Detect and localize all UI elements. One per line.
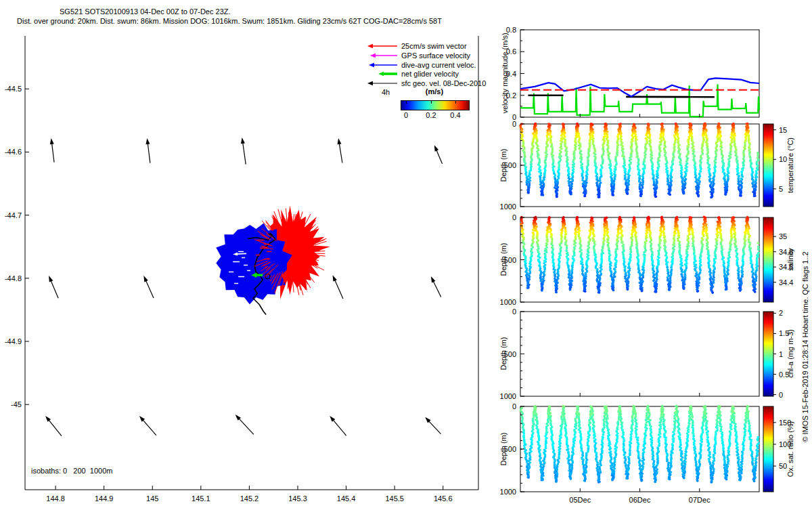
legend-cbar-tick [406,101,407,104]
svg-text:15: 15 [779,126,787,134]
depth-axis-label-temperature: Depth (m) [499,149,508,182]
page-title: SG521 SOTS20100913 04-Dec 00Z to 07-Dec … [60,7,231,16]
vector-legend: 25cm/s swim vectorGPS surface velocitydi… [363,41,509,130]
svg-text:2: 2 [779,309,783,317]
velocity-axis-label: velocity magnitude (m/s) [501,33,509,113]
colorbar-3 [763,312,773,396]
legend-item-label: dive-avg current veloc. [401,61,476,69]
svg-text:145.5: 145.5 [385,494,404,503]
svg-text:1000: 1000 [500,392,516,400]
svg-text:1: 1 [779,350,783,358]
oxygen-panel [520,405,773,492]
sfc-geo-velocity-arrow-icon [363,79,399,87]
svg-text:1000: 1000 [500,488,516,496]
legend-item-label: net glider velocity [401,70,459,78]
colorbar-2 [763,217,773,302]
legend-item-label: GPS surface velocity [401,51,470,60]
colorbar-label-chla: chl-a (mg m-3) [786,329,794,378]
net-glider-velocity-arrow-icon [363,70,399,78]
legend-cbar-tick-label: 0.4 [450,111,460,119]
svg-text:5: 5 [779,185,783,193]
swim-vector-arrow-icon [363,42,399,50]
legend-colorbar [401,100,470,110]
svg-text:145: 145 [146,494,158,503]
gps-surface-velocity-arrow-icon [363,51,399,60]
svg-text:34.4: 34.4 [779,278,793,287]
depth-axis-label-chla: Depth (m) [499,337,508,371]
legend-cbar-tick [455,101,456,104]
svg-text:-44.6: -44.6 [5,148,22,156]
dive-vector-cluster [216,205,330,314]
svg-text:0: 0 [512,402,516,410]
svg-text:-44.7: -44.7 [5,211,22,219]
svg-text:-44.5: -44.5 [5,85,22,93]
imos-copyright-note: © IMOS 15-Feb-2019 01:28:14 Hobart time.… [801,251,809,442]
temperature-panel [519,123,773,207]
colorbar-4 [763,406,773,492]
legend-time-scale-label: 4h [377,88,394,96]
legend-cbar-tick-label: 0.2 [426,111,436,119]
svg-text:145.1: 145.1 [191,494,210,503]
svg-text:05Dec: 05Dec [569,496,591,504]
svg-text:06Dec: 06Dec [629,496,651,504]
colorbar-label-temperature: temperature (°C) [786,137,794,193]
velocity-panel [520,30,759,117]
legend-item-label: sfc geo. vel. 08-Dec-2010 [401,79,486,87]
legend-item-label: 25cm/s swim vector [401,42,467,50]
legend-item-net-glider-velocity: net glider velocity [363,69,459,79]
svg-text:1000: 1000 [500,203,516,211]
depth-axis-label-oxygen: Depth (m) [499,433,508,466]
chl-a-panel [520,312,773,396]
svg-text:-44.9: -44.9 [5,337,22,345]
svg-text:-45: -45 [11,400,22,408]
svg-text:07Dec: 07Dec [689,496,710,504]
svg-text:144.9: 144.9 [95,494,114,503]
legend-cbar-tick-label: 0 [404,111,408,119]
isobaths-label: isobaths: 0 200 1000m [31,467,112,475]
svg-text:145.6: 145.6 [434,494,453,503]
svg-text:35: 35 [779,232,787,240]
legend-item-swim-vector: 25cm/s swim vector [363,41,467,51]
svg-text:144.8: 144.8 [46,494,65,503]
salinity-panel [520,216,773,302]
svg-text:0: 0 [512,120,516,128]
colorbar-label-oxygen: Ox. sat. ratio (%) [786,421,794,478]
legend-colorbar-title: (m/s) [401,87,468,96]
legend-item-dive-avg-current: dive-avg current veloc. [363,60,476,70]
svg-text:0: 0 [779,391,783,399]
svg-text:1000: 1000 [500,298,516,306]
svg-text:0: 0 [512,213,516,221]
svg-text:145.4: 145.4 [337,494,356,503]
legend-cbar-tick [431,101,432,104]
colorbar-label-salinity: salinity [786,248,794,271]
svg-text:145.3: 145.3 [288,494,307,503]
svg-text:0: 0 [512,308,516,316]
depth-axis-label-salinity: Depth (m) [499,243,508,276]
svg-text:145.2: 145.2 [240,494,259,503]
colorbar-1 [763,124,773,207]
dive-avg-current-arrow-icon [363,61,399,69]
legend-item-gps-surface-velocity: GPS surface velocity [363,51,470,60]
svg-text:-44.8: -44.8 [5,274,22,282]
mission-stats-subtitle: Dist. over ground: 20km. Dist. swum: 86k… [17,17,442,25]
